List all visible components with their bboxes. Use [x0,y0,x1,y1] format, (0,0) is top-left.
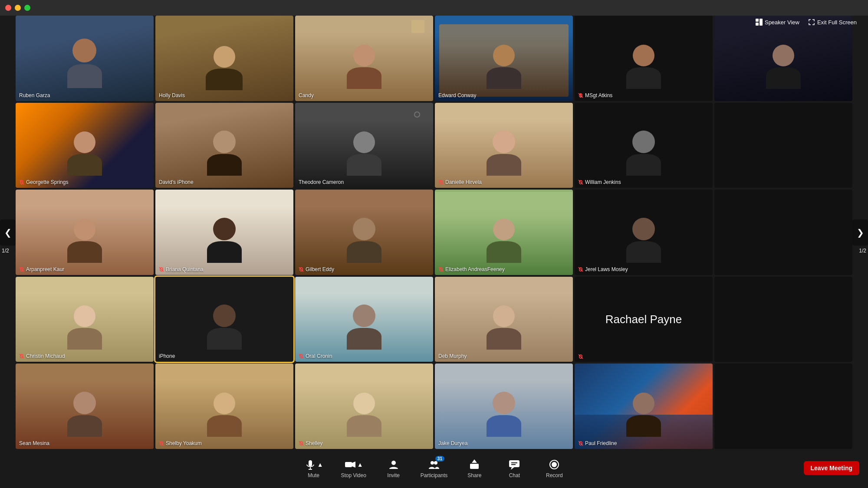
participant-name: iPhone [159,353,175,359]
share-button[interactable]: Share [461,459,487,478]
invite-icon [388,459,400,471]
participant-name: Ruben Garza [19,92,50,98]
participant-name-text: Elizabeth AndreasFeeney [445,266,505,272]
participant-cell[interactable]: Oral Cronin [295,277,433,362]
maximize-button[interactable] [24,5,30,11]
prev-page-button[interactable]: ❮ 1/2 [0,219,16,246]
participants-label: Participants [421,472,448,478]
invite-label: Invite [387,472,400,478]
chat-label: Chat [509,472,520,478]
speaker-view-label: Speaker View [765,19,799,26]
invite-button[interactable]: Invite [381,459,407,478]
participant-cell[interactable] [714,277,852,362]
next-page-button[interactable]: ❯ 1/2 [852,219,868,246]
share-icon [468,459,480,471]
participant-cell[interactable]: Elizabeth AndreasFeeney [435,190,573,275]
svg-rect-0 [756,19,759,22]
participant-cell[interactable]: Georgette Springs [16,103,154,188]
participant-name: Georgette Springs [19,179,68,185]
participant-name-text: Paul Friedline [585,440,617,446]
participant-name: Danielle Hirvela [438,179,482,185]
svg-marker-44 [472,459,477,463]
exit-fullscreen-button[interactable]: Exit Full Screen [808,19,857,26]
leave-meeting-button[interactable]: Leave Meeting [804,461,859,475]
participant-name-text: Danielle Hirvela [445,179,482,185]
participant-cell[interactable]: Sean Mesina [16,364,154,449]
svg-point-41 [431,461,434,465]
participant-name-text: iPhone [159,353,175,359]
participants-badge: 31 [435,456,444,462]
participant-name: Deb Murphy [438,353,467,359]
participant-cell[interactable] [714,190,852,275]
video-chevron[interactable]: ▲ [357,461,363,468]
participant-name: Gilbert Eddy [299,266,334,272]
participant-cell[interactable]: Jake Duryea [435,364,573,449]
svg-point-50 [552,462,557,467]
mute-label: Mute [308,472,319,478]
participant-name: Theodore Cameron [299,179,344,185]
mute-chevron[interactable]: ▲ [317,461,323,468]
participant-name-text: William Jenkins [585,179,621,185]
participant-name-text: Briana Quintana [166,266,204,272]
participant-name-text: Shelby Yoakum [166,440,202,446]
mute-icon [304,459,316,471]
left-page-indicator: 1/2 [2,248,9,254]
fullscreen-icon [808,19,815,26]
participant-cell[interactable]: Gilbert Eddy [295,190,433,275]
record-icon [548,459,560,471]
participant-cell[interactable]: Deb Murphy [435,277,573,362]
participant-cell-name-only[interactable]: Rachael Payne [575,277,713,362]
stop-video-label: Stop Video [341,472,366,478]
record-button[interactable]: Record [541,459,567,478]
participant-cell[interactable] [714,103,852,188]
muted-mic-icon [578,441,583,446]
muted-mic-icon [299,267,304,272]
participant-cell[interactable]: Christin Michaud [16,277,154,362]
mute-button[interactable]: ▲ Mute [301,459,327,478]
participant-name: David's iPhone [159,179,194,185]
muted-mic-icon [438,180,444,185]
participant-cell[interactable]: iPhone [155,277,293,362]
participant-name: Candy [299,92,314,98]
participants-button[interactable]: 31 Participants [421,459,448,478]
minimize-button[interactable] [15,5,21,11]
participant-name: Jake Duryea [438,440,467,446]
participant-name-text: Candy [299,92,314,98]
muted-mic-icon [19,267,24,272]
participant-name-text: Arpanpreet Kaur [26,266,64,272]
participant-name: William Jenkins [578,179,621,185]
participant-name-text: Theodore Cameron [299,179,344,185]
close-button[interactable] [5,5,11,11]
participant-cell[interactable] [714,364,852,449]
muted-mic-icon [299,441,304,446]
participant-name: Oral Cronin [299,353,332,359]
svg-point-40 [391,461,396,465]
muted-mic-icon [19,180,24,185]
participant-name: Christin Michaud [19,353,65,359]
svg-rect-43 [470,464,479,469]
participant-cell[interactable]: David's iPhone [155,103,293,188]
participant-name-text: Sean Mesina [19,440,49,446]
participant-cell[interactable]: Jerel Laws Mosley [575,190,713,275]
participant-cell[interactable]: Paul Friedline [575,364,713,449]
participant-cell[interactable]: Shelby Yoakum [155,364,293,449]
speaker-view-button[interactable]: Speaker View [756,19,799,26]
participant-cell[interactable]: Shelley [295,364,433,449]
participant-cell[interactable]: Arpanpreet Kaur [16,190,154,275]
participant-cell[interactable]: Briana Quintana [155,190,293,275]
muted-mic-icon [578,180,583,185]
participant-name: Holly Davis [159,92,185,98]
participant-cell[interactable]: Danielle Hirvela [435,103,573,188]
participant-cell[interactable]: Theodore Cameron [295,103,433,188]
chat-button[interactable]: Chat [501,459,527,478]
participant-name-text: MSgt Atkins [585,92,612,98]
participant-cell[interactable]: William Jenkins [575,103,713,188]
participant-name-text: David's iPhone [159,179,194,185]
stop-video-button[interactable]: ▲ Stop Video [341,459,367,478]
participant-name-text: Georgette Springs [26,179,68,185]
exit-fullscreen-label: Exit Full Screen [817,19,857,26]
chat-icon [508,459,520,471]
muted-mic-icon [578,354,583,359]
participant-name-text: Jerel Laws Mosley [585,266,628,272]
right-page-indicator: 1/2 [859,248,866,254]
